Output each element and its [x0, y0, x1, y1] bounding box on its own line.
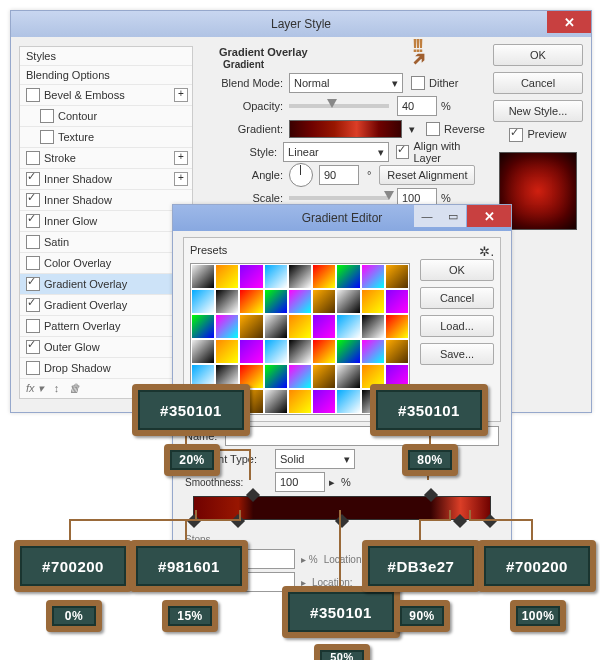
preset-swatch[interactable] [215, 289, 239, 314]
preset-swatch[interactable] [191, 314, 215, 339]
style-item[interactable]: Inner Glow [20, 211, 192, 232]
preset-swatch[interactable] [361, 314, 385, 339]
style-checkbox[interactable] [26, 319, 40, 333]
opacity-slider[interactable] [289, 104, 389, 108]
style-item[interactable]: Color Overlay+ [20, 253, 192, 274]
gear-icon[interactable]: ✲. [479, 244, 494, 259]
blend-mode-select[interactable]: Normal▾ [289, 73, 403, 93]
preview-checkbox[interactable] [509, 128, 523, 142]
preset-swatch[interactable] [288, 389, 312, 414]
angle-dial[interactable] [289, 163, 313, 187]
preset-swatch[interactable] [288, 364, 312, 389]
dither-checkbox[interactable] [411, 76, 425, 90]
preset-swatch[interactable] [191, 264, 215, 289]
new-style-button[interactable]: New Style... [493, 100, 583, 122]
color-stop[interactable] [453, 514, 467, 528]
ge-load-button[interactable]: Load... [420, 315, 494, 337]
style-checkbox[interactable] [40, 130, 54, 144]
gradient-type-select[interactable]: Solid▾ [275, 449, 355, 469]
style-item[interactable]: Inner Shadow [20, 190, 192, 211]
style-checkbox[interactable] [26, 256, 40, 270]
ge-cancel-button[interactable]: Cancel [420, 287, 494, 309]
preset-swatch[interactable] [312, 364, 336, 389]
style-checkbox[interactable] [26, 151, 40, 165]
preset-swatch[interactable] [191, 339, 215, 364]
ge-save-button[interactable]: Save... [420, 343, 494, 365]
style-checkbox[interactable] [26, 193, 40, 207]
color-stop[interactable] [231, 514, 245, 528]
preset-swatch[interactable] [264, 364, 288, 389]
preset-swatch[interactable] [312, 339, 336, 364]
preset-swatch[interactable] [264, 264, 288, 289]
minimize-icon[interactable]: — [414, 205, 440, 227]
color-stop[interactable] [335, 514, 349, 528]
preset-swatch[interactable] [336, 314, 360, 339]
preset-swatch[interactable] [312, 289, 336, 314]
style-checkbox[interactable] [26, 277, 40, 291]
preset-swatch[interactable] [336, 389, 360, 414]
preset-swatch[interactable] [191, 289, 215, 314]
style-item[interactable]: Outer Glow [20, 337, 192, 358]
plus-icon[interactable]: + [174, 172, 188, 186]
style-checkbox[interactable] [26, 172, 40, 186]
plus-icon[interactable]: + [174, 151, 188, 165]
preset-swatch[interactable] [336, 264, 360, 289]
preset-swatch[interactable] [215, 339, 239, 364]
style-checkbox[interactable] [26, 340, 40, 354]
scale-slider[interactable] [289, 196, 389, 200]
preset-swatch[interactable] [215, 314, 239, 339]
style-item[interactable]: Bevel & Emboss+ [20, 85, 192, 106]
preset-swatch[interactable] [385, 339, 409, 364]
preset-swatch[interactable] [312, 314, 336, 339]
styles-header[interactable]: Styles [20, 47, 192, 66]
blending-options[interactable]: Blending Options [20, 66, 192, 85]
reset-alignment-button[interactable]: Reset Alignment [379, 165, 475, 185]
style-checkbox[interactable] [26, 214, 40, 228]
preset-swatch[interactable] [264, 339, 288, 364]
preset-swatch[interactable] [215, 264, 239, 289]
preset-swatch[interactable] [288, 339, 312, 364]
reverse-checkbox[interactable] [426, 122, 440, 136]
stop-opacity-input[interactable] [245, 549, 295, 569]
gradient-swatch[interactable] [289, 120, 402, 138]
preset-swatch[interactable] [361, 289, 385, 314]
smoothness-input[interactable]: 100 [275, 472, 325, 492]
style-checkbox[interactable] [26, 298, 40, 312]
preset-swatch[interactable] [336, 339, 360, 364]
ok-button[interactable]: OK [493, 44, 583, 66]
preset-swatch[interactable] [361, 264, 385, 289]
align-checkbox[interactable] [396, 145, 409, 159]
style-item[interactable]: Gradient Overlay [20, 295, 192, 316]
fx-icon[interactable]: fx ▾ [26, 382, 44, 395]
style-item[interactable]: Satin [20, 232, 192, 253]
preset-swatch[interactable] [385, 264, 409, 289]
plus-icon[interactable]: + [174, 88, 188, 102]
preset-swatch[interactable] [385, 289, 409, 314]
angle-input[interactable]: 90 [319, 165, 359, 185]
style-item[interactable]: Drop Shadow+ [20, 358, 192, 379]
style-item[interactable]: Stroke+ [20, 148, 192, 169]
preset-swatch[interactable] [312, 389, 336, 414]
preset-swatch[interactable] [239, 339, 263, 364]
style-checkbox[interactable] [26, 361, 40, 375]
arrow-up-icon[interactable]: ↕ [54, 382, 60, 395]
preset-swatch[interactable] [264, 314, 288, 339]
preset-swatch[interactable] [336, 289, 360, 314]
color-stop[interactable] [483, 514, 497, 528]
close-icon[interactable]: ✕ [547, 11, 591, 33]
cancel-button[interactable]: Cancel [493, 72, 583, 94]
close-icon[interactable]: ✕ [467, 205, 511, 227]
style-item[interactable]: Texture [20, 127, 192, 148]
style-select[interactable]: Linear▾ [283, 142, 389, 162]
preset-swatch[interactable] [361, 339, 385, 364]
style-item[interactable]: Pattern Overlay [20, 316, 192, 337]
style-checkbox[interactable] [40, 109, 54, 123]
preset-swatch[interactable] [288, 314, 312, 339]
style-item[interactable]: Gradient Overlay+ [20, 274, 192, 295]
preset-swatch[interactable] [336, 364, 360, 389]
style-item[interactable]: Contour [20, 106, 192, 127]
style-item[interactable]: Inner Shadow+ [20, 169, 192, 190]
preset-swatch[interactable] [239, 264, 263, 289]
opacity-input[interactable]: 40 [397, 96, 437, 116]
maximize-icon[interactable]: ▭ [440, 205, 466, 227]
